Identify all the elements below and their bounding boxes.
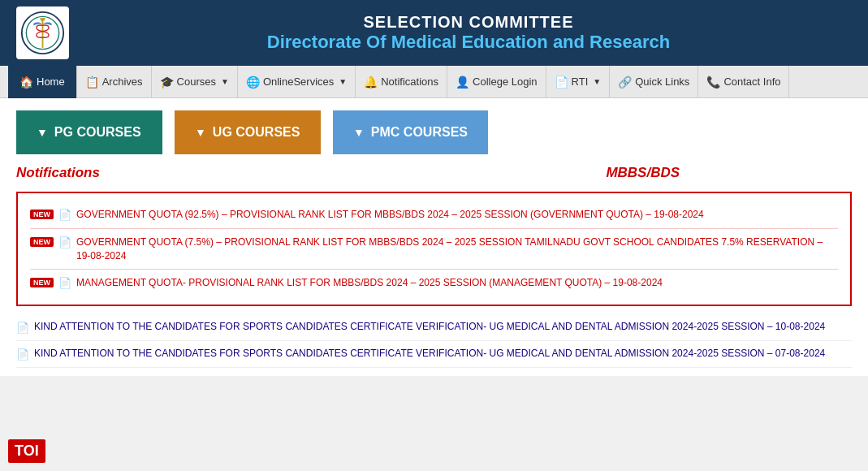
quick-links-icon: 🔗	[618, 76, 632, 89]
nav-rti-label: RTI	[572, 76, 589, 88]
ug-arrow-icon: ▼	[195, 126, 206, 139]
nav-archives[interactable]: 📋 Archives	[77, 66, 152, 98]
new-badge: NEW	[30, 237, 54, 247]
pdf-icon: 📄	[58, 209, 71, 221]
list-item[interactable]: 📄 KIND ATTENTION TO THE CANDIDATES FOR S…	[16, 314, 852, 341]
nav-notifications[interactable]: 🔔 Notifications	[356, 66, 447, 98]
header-title: SELECTION COMMITTEE	[85, 13, 852, 32]
courses-arrow-icon: ▼	[221, 77, 229, 86]
pmc-arrow-icon: ▼	[353, 126, 365, 139]
pdf-icon: 📄	[58, 236, 71, 248]
notification-text: GOVERNMENT QUOTA (7.5%) – PROVISIONAL RA…	[76, 236, 838, 263]
nav-contact-info-label: Contact Info	[723, 76, 780, 88]
nav-archives-label: Archives	[102, 76, 143, 88]
pmc-courses-button[interactable]: ▼ PMC COURSES	[333, 110, 488, 154]
rti-icon: 📄	[555, 76, 568, 89]
nav-courses-label: Courses	[177, 76, 216, 88]
contact-info-icon: 📞	[706, 76, 720, 89]
new-badge: NEW	[30, 278, 54, 287]
page-header: SELECTION COMMITTEE Directorate Of Medic…	[0, 0, 868, 66]
pmc-courses-label: PMC COURSES	[371, 125, 468, 140]
nav-contact-info[interactable]: 📞 Contact Info	[698, 66, 789, 98]
nav-notifications-label: Notifications	[381, 76, 438, 88]
pg-arrow-icon: ▼	[37, 126, 48, 139]
nav-courses[interactable]: 🎓 Courses ▼	[152, 66, 238, 98]
notification-text: GOVERNMENT QUOTA (92.5%) – PROVISIONAL R…	[76, 208, 704, 222]
courses-icon: 🎓	[160, 76, 174, 89]
red-box-notifications: NEW 📄 GOVERNMENT QUOTA (92.5%) – PROVISI…	[16, 192, 852, 306]
notifications-icon: 🔔	[364, 76, 378, 89]
home-icon: 🏠	[19, 76, 33, 89]
nav-college-login-label: College Login	[473, 76, 538, 88]
nav-home[interactable]: 🏠 Home	[8, 66, 77, 98]
pg-courses-button[interactable]: ▼ PG COURSES	[16, 110, 162, 154]
ug-courses-label: UG COURSES	[213, 125, 300, 140]
logo	[16, 6, 69, 59]
pg-courses-label: PG COURSES	[54, 125, 141, 140]
course-buttons-section: ▼ PG COURSES ▼ UG COURSES ▼ PMC COURSES	[0, 98, 868, 158]
nav-quick-links-label: Quick Links	[635, 76, 689, 88]
nav-rti[interactable]: 📄 RTI ▼	[546, 66, 611, 98]
nav-quick-links[interactable]: 🔗 Quick Links	[610, 66, 698, 98]
pdf-icon: 📄	[58, 277, 71, 289]
notification-text: KIND ATTENTION TO THE CANDIDATES FOR SPO…	[34, 348, 825, 359]
notifications-section-header: Notifications	[16, 165, 434, 181]
college-login-icon: 👤	[456, 76, 469, 89]
header-text-block: SELECTION COMMITTEE Directorate Of Medic…	[85, 13, 852, 53]
new-badge: NEW	[30, 210, 54, 219]
nav-online-services[interactable]: 🌐 OnlineServices ▼	[238, 66, 356, 98]
notification-text: KIND ATTENTION TO THE CANDIDATES FOR SPO…	[34, 321, 825, 332]
list-item[interactable]: NEW 📄 GOVERNMENT QUOTA (7.5%) – PROVISIO…	[30, 229, 838, 270]
rti-arrow-icon: ▼	[593, 77, 601, 86]
pdf-icon: 📄	[16, 348, 29, 361]
pdf-icon: 📄	[16, 322, 29, 334]
nav-online-services-label: OnlineServices	[263, 76, 334, 88]
list-item[interactable]: 📄 KIND ATTENTION TO THE CANDIDATES FOR S…	[16, 341, 852, 368]
online-services-arrow-icon: ▼	[339, 77, 347, 86]
list-item[interactable]: NEW 📄 MANAGEMENT QUOTA- PROVISIONAL RANK…	[30, 270, 838, 296]
header-subtitle: Directorate Of Medical Education and Res…	[85, 32, 852, 53]
mbbs-section-header: MBBS/BDS	[434, 165, 853, 181]
content-area: NEW 📄 GOVERNMENT QUOTA (92.5%) – PROVISI…	[0, 188, 868, 376]
notification-text: MANAGEMENT QUOTA- PROVISIONAL RANK LIST …	[76, 276, 663, 290]
ug-courses-button[interactable]: ▼ UG COURSES	[175, 110, 321, 154]
nav-home-label: Home	[37, 76, 65, 88]
navbar: 🏠 Home 📋 Archives 🎓 Courses ▼ 🌐 OnlineSe…	[0, 66, 868, 98]
archives-icon: 📋	[85, 76, 99, 89]
section-headers: Notifications MBBS/BDS	[0, 158, 868, 188]
nav-college-login[interactable]: 👤 College Login	[447, 66, 546, 98]
online-services-icon: 🌐	[246, 76, 260, 89]
list-item[interactable]: NEW 📄 GOVERNMENT QUOTA (92.5%) – PROVISI…	[30, 201, 838, 229]
